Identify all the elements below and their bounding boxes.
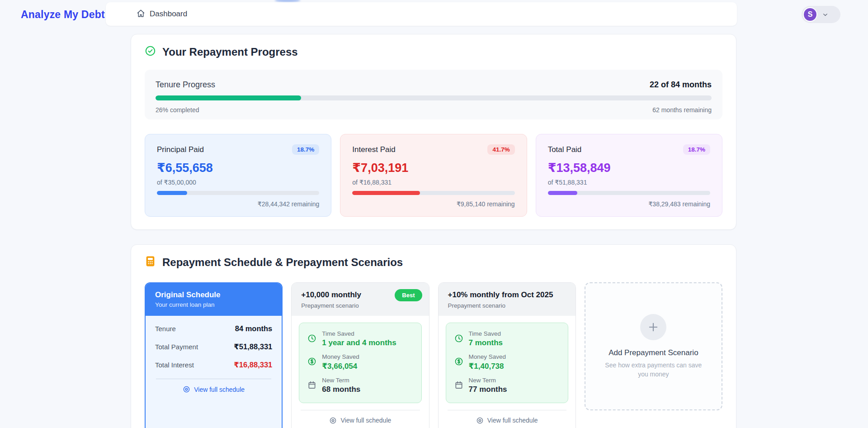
row-label: Total Interest	[155, 361, 194, 369]
metric-label: Time Saved	[322, 330, 396, 337]
stat-remaining-text: ₹38,29,483 remaining	[548, 200, 710, 208]
calendar-icon	[307, 380, 316, 390]
row-value: ₹51,88,331	[234, 342, 272, 351]
stat-amount: ₹7,03,191	[352, 161, 514, 175]
metric-value: ₹3,66,054	[322, 361, 359, 371]
divider	[448, 410, 566, 410]
metric-label: Money Saved	[322, 353, 359, 360]
link-label: View full schedule	[340, 417, 391, 424]
scenario-subtitle: Prepayment scenario	[448, 302, 566, 309]
divider	[301, 410, 420, 410]
tenure-progress-bar	[156, 95, 712, 100]
stat-of-text: of ₹16,88,331	[352, 179, 514, 186]
top-header: Analyze My Debt Dashboard S	[0, 0, 868, 29]
scenarios-section-title: Repayment Schedule & Prepayment Scenario…	[162, 256, 403, 269]
tenure-progress-label: Tenure Progress	[156, 80, 215, 90]
scenario-subtitle: Prepayment scenario	[301, 302, 419, 309]
calendar-icon	[454, 380, 463, 390]
row-label: Total Payment	[155, 343, 198, 351]
repayment-progress-card: Your Repayment Progress Tenure Progress …	[131, 34, 736, 230]
scenario-title: +10% monthly from Oct 2025	[448, 290, 566, 300]
row-value: 84 months	[235, 324, 273, 333]
metric-value: 77 months	[469, 385, 507, 394]
stat-progress-bar	[157, 191, 319, 195]
repayment-schedule-card: Repayment Schedule & Prepayment Scenario…	[131, 244, 736, 428]
calculator-icon	[145, 256, 156, 269]
metric-value: 1 year and 4 months	[322, 338, 396, 347]
row-label: Tenure	[155, 325, 176, 333]
eye-icon	[183, 385, 190, 393]
stat-title: Interest Paid	[352, 145, 395, 154]
clock-icon	[307, 334, 316, 343]
dollar-circle-icon	[307, 357, 316, 366]
original-schedule-card: Original Schedule Your current loan plan…	[145, 282, 283, 428]
stat-title: Principal Paid	[157, 145, 204, 154]
stat-percent-badge: 18.7%	[683, 144, 710, 155]
tenure-progress-value: 22 of 84 months	[650, 80, 712, 90]
scenario-title: Original Schedule	[155, 290, 272, 300]
clock-icon	[454, 334, 463, 343]
breadcrumb-item-dashboard[interactable]: Dashboard	[150, 10, 187, 19]
stat-progress-fill	[157, 191, 187, 195]
stat-of-text: of ₹35,00,000	[157, 179, 319, 186]
chevron-down-icon[interactable]	[822, 11, 829, 18]
add-prepayment-scenario-button[interactable]: Add Prepayment Scenario See how extra pa…	[585, 282, 722, 410]
total-paid-card: Total Paid 18.7% ₹13,58,849 of ₹51,88,33…	[536, 134, 722, 217]
prepayment-scenario-card: +10% monthly from Oct 2025 Prepayment sc…	[438, 282, 576, 428]
stat-title: Total Paid	[548, 145, 582, 154]
home-icon[interactable]	[137, 9, 145, 19]
eye-icon	[476, 417, 484, 424]
row-value: ₹16,88,331	[234, 361, 272, 369]
metric-label: New Term	[469, 377, 507, 384]
metric-value: ₹1,40,738	[469, 361, 506, 371]
dollar-circle-icon	[454, 357, 463, 366]
stat-progress-fill	[352, 191, 420, 195]
link-label: View full schedule	[487, 417, 538, 424]
metric-label: Time Saved	[469, 330, 503, 337]
breadcrumb: Dashboard	[106, 2, 737, 26]
main-content: Your Repayment Progress Tenure Progress …	[131, 29, 736, 428]
stat-remaining-text: ₹28,44,342 remaining	[157, 200, 319, 208]
scenario-subtitle: Your current loan plan	[155, 301, 272, 308]
metric-value: 7 months	[469, 338, 503, 347]
divider	[156, 379, 271, 379]
app-logo[interactable]: Analyze My Debt	[21, 9, 105, 21]
user-menu-button[interactable]: S	[802, 6, 840, 23]
prepayment-scenario-card: +10,000 monthly Prepayment scenario Best…	[291, 282, 429, 428]
stat-progress-bar	[352, 191, 514, 195]
add-card-subtitle: See how extra payments can save you mone…	[599, 361, 708, 379]
view-full-schedule-link[interactable]: View full schedule	[299, 417, 421, 424]
stat-amount: ₹6,55,658	[157, 161, 319, 175]
view-full-schedule-link[interactable]: View full schedule	[155, 385, 272, 393]
metric-value: 68 months	[322, 385, 360, 394]
stat-progress-fill	[548, 191, 578, 195]
metric-label: New Term	[322, 377, 360, 384]
link-label: View full schedule	[194, 386, 245, 393]
eye-icon	[329, 417, 337, 424]
stat-percent-badge: 41.7%	[487, 144, 514, 155]
add-card-title: Add Prepayment Scenario	[609, 348, 698, 357]
view-full-schedule-link[interactable]: View full schedule	[446, 417, 568, 424]
check-circle-icon	[145, 45, 156, 58]
stat-progress-bar	[548, 191, 710, 195]
interest-paid-card: Interest Paid 41.7% ₹7,03,191 of ₹16,88,…	[340, 134, 527, 217]
tenure-completed-text: 26% completed	[156, 106, 199, 114]
principal-paid-card: Principal Paid 18.7% ₹6,55,658 of ₹35,00…	[145, 134, 331, 217]
progress-section-title: Your Repayment Progress	[162, 46, 298, 58]
stat-remaining-text: ₹9,85,140 remaining	[352, 200, 514, 208]
stat-percent-badge: 18.7%	[292, 144, 319, 155]
tenure-remaining-text: 62 months remaining	[652, 106, 712, 114]
savings-panel: Time Saved 1 year and 4 months Money Sav…	[299, 323, 421, 403]
stat-of-text: of ₹51,88,331	[548, 179, 710, 186]
tenure-progress-fill	[156, 95, 301, 100]
tenure-progress-panel: Tenure Progress 22 of 84 months 26% comp…	[145, 70, 722, 119]
metric-label: Money Saved	[469, 353, 506, 360]
avatar[interactable]: S	[803, 7, 817, 22]
savings-panel: Time Saved 7 months Money Saved ₹1,40,73…	[446, 323, 568, 403]
stat-amount: ₹13,58,849	[548, 161, 710, 175]
best-badge: Best	[395, 289, 422, 301]
plus-icon	[640, 314, 666, 340]
